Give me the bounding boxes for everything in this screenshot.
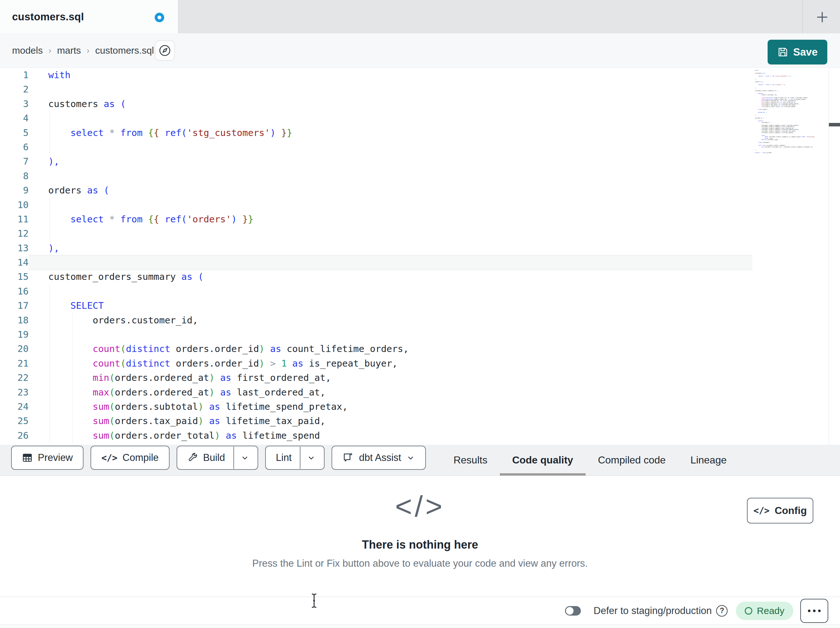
line-number: 4 (0, 111, 28, 125)
breadcrumb-row: models › marts › customers.sql (0, 33, 840, 68)
code-line[interactable]: 24 sum(orders.subtotal) as lifetime_spen… (0, 400, 752, 414)
code-line[interactable]: 4 (0, 111, 752, 125)
empty-state-subtitle: Press the Lint or Fix button above to ev… (0, 558, 840, 569)
ide-status-badge[interactable]: Ready (736, 602, 793, 620)
breadcrumb-separator-icon: › (87, 46, 90, 55)
dbt-assist-button-label: dbt Assist (359, 452, 401, 463)
indent-guide (49, 284, 50, 443)
breadcrumb-separator-icon: › (49, 46, 51, 55)
unsaved-changes-indicator (155, 13, 164, 22)
code-line[interactable]: 15customer_orders_summary as ( (0, 270, 752, 284)
code-line[interactable]: 17 SELECT (0, 299, 752, 313)
code-lines[interactable]: 1with23customers as (45 select * from {{… (0, 68, 752, 445)
code-line[interactable]: 22 min(orders.ordered_at) as first_order… (0, 371, 752, 385)
code-line[interactable]: 19 (0, 327, 752, 342)
editor-scrollbar-thumb[interactable] (829, 123, 840, 127)
file-tab[interactable]: customers.sql (0, 0, 178, 33)
mouse-text-cursor (309, 593, 319, 609)
code-line[interactable]: 14 (0, 255, 752, 270)
minimap-column[interactable]: with customers as ( select * from {{ ref… (752, 68, 829, 445)
new-tab-button[interactable] (813, 8, 831, 26)
status-ring-icon (745, 607, 752, 615)
code-line[interactable]: 1with (0, 68, 752, 82)
line-number: 2 (0, 82, 28, 96)
code-line[interactable]: 6 (0, 140, 752, 154)
code-line[interactable]: 10 (0, 198, 752, 212)
dbt-assist-button[interactable]: dbt Assist (332, 446, 426, 470)
minimap-content[interactable]: with customers as ( select * from {{ ref… (755, 70, 827, 154)
assist-chat-icon (343, 452, 354, 463)
code-line[interactable]: 20 count(distinct orders.order_id) as co… (0, 342, 752, 356)
ellipsis-icon (808, 610, 810, 612)
code-icon: </> (101, 452, 117, 463)
build-button-main[interactable]: Build (179, 447, 234, 469)
lint-button-main[interactable]: Lint (268, 447, 300, 469)
empty-state-title: There is nothing here (0, 538, 840, 551)
code-icon: </> (754, 505, 770, 516)
code-line[interactable]: 3customers as ( (0, 97, 752, 111)
line-number: 14 (0, 255, 28, 270)
indent-guide (49, 111, 50, 154)
indent-guide (73, 313, 73, 443)
code-line[interactable]: 25 sum(orders.tax_paid) as lifetime_tax_… (0, 414, 752, 428)
code-line[interactable]: 8 (0, 169, 752, 183)
preview-button[interactable]: Preview (11, 446, 84, 470)
wrench-icon (187, 452, 198, 463)
tab-compiled-code[interactable]: Compiled code (598, 445, 666, 476)
save-button[interactable]: Save (767, 40, 827, 65)
code-line[interactable]: 12 (0, 226, 752, 241)
save-button-label: Save (793, 46, 818, 58)
line-number: 7 (0, 154, 28, 169)
table-icon (22, 452, 33, 463)
line-number: 13 (0, 241, 28, 255)
footer-strip (0, 625, 840, 628)
chevron-down-icon (307, 453, 316, 462)
line-number: 11 (0, 212, 28, 226)
lint-split-button[interactable]: Lint (265, 446, 325, 470)
code-line[interactable]: 16 (0, 284, 752, 299)
compile-button[interactable]: </> Compile (90, 446, 169, 470)
overflow-menu-button[interactable] (800, 599, 828, 623)
code-line[interactable]: 7), (0, 154, 752, 169)
floppy-disk-icon (777, 46, 789, 58)
config-button[interactable]: </> Config (747, 498, 813, 524)
plus-icon (815, 10, 829, 24)
view-docs-button[interactable] (155, 40, 175, 61)
line-number: 17 (0, 299, 28, 313)
code-line[interactable]: 13), (0, 241, 752, 255)
line-number: 15 (0, 270, 28, 284)
tab-code-quality[interactable]: Code quality (512, 445, 573, 476)
help-icon[interactable]: ? (716, 605, 728, 617)
line-number: 3 (0, 97, 28, 111)
code-line[interactable]: 23 max(orders.ordered_at) as last_ordere… (0, 385, 752, 400)
code-line[interactable]: 9orders as ( (0, 183, 752, 198)
lint-button-label: Lint (276, 452, 292, 463)
line-number: 1 (0, 68, 28, 82)
breadcrumb-item-marts: marts (57, 45, 81, 56)
line-number: 26 (0, 429, 28, 443)
code-brackets-icon: </> (0, 490, 840, 523)
lint-dropdown-toggle[interactable] (300, 447, 322, 469)
code-line[interactable]: 21 count(distinct orders.order_id) > 1 a… (0, 356, 752, 371)
config-button-label: Config (775, 505, 807, 517)
defer-label: Defer to staging/production (594, 605, 712, 617)
breadcrumb-item-models: models (12, 45, 43, 56)
action-buttons-group: Preview </> Compile Build (11, 445, 426, 476)
results-tab-strip: Results Code quality Compiled code Linea… (453, 445, 726, 476)
build-dropdown-toggle[interactable] (234, 447, 256, 469)
code-line[interactable]: 26 sum(orders.order_total) as lifetime_s… (0, 429, 752, 443)
chevron-down-icon (406, 453, 415, 462)
code-line[interactable]: 5 select * from {{ ref('stg_customers') … (0, 126, 752, 140)
tab-results[interactable]: Results (453, 445, 488, 476)
build-split-button[interactable]: Build (177, 446, 258, 470)
code-line[interactable]: 2 (0, 82, 752, 96)
dbt-ide-window: customers.sql models › marts › customers… (0, 0, 840, 628)
line-number: 9 (0, 183, 28, 198)
tab-lineage[interactable]: Lineage (690, 445, 726, 476)
code-editor[interactable]: 1with23customers as (45 select * from {{… (0, 68, 840, 445)
file-tab-title: customers.sql (12, 11, 84, 23)
code-line[interactable]: 11 select * from {{ ref('orders') }} (0, 212, 752, 226)
editor-scrollbar-track[interactable] (829, 68, 840, 445)
defer-toggle[interactable] (565, 606, 581, 615)
code-line[interactable]: 18 orders.customer_id, (0, 313, 752, 327)
